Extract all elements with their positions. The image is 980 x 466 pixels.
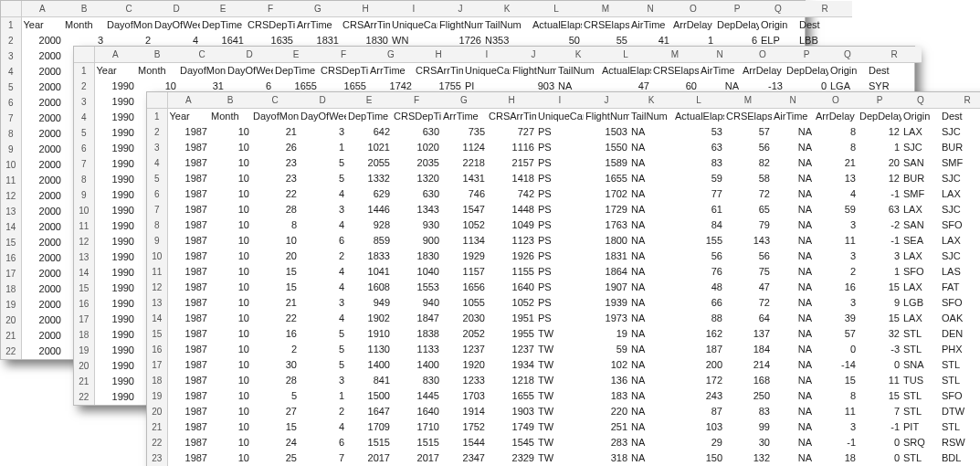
field-header[interactable]: Month — [63, 17, 105, 34]
cell[interactable]: TW — [536, 342, 584, 357]
row-header[interactable]: 6 — [147, 186, 167, 202]
cell[interactable]: 1987 — [167, 311, 209, 326]
field-header[interactable]: TailNum — [556, 63, 600, 79]
cell[interactable]: 47 — [724, 280, 772, 295]
cell[interactable]: LAX — [940, 186, 980, 202]
cell[interactable]: 1990 — [94, 249, 136, 265]
cell[interactable]: NA — [629, 171, 673, 186]
field-header[interactable]: DayofMonth — [105, 17, 153, 34]
cell[interactable]: PS — [536, 264, 584, 280]
cell[interactable]: 1553 — [392, 280, 441, 295]
cell[interactable]: 4 — [299, 280, 346, 295]
cell[interactable]: 76 — [673, 264, 724, 280]
cell[interactable]: 103 — [673, 419, 724, 435]
row-header[interactable]: 4 — [74, 110, 94, 125]
column-header[interactable]: O — [671, 1, 715, 17]
cell[interactable]: PS — [536, 155, 584, 171]
cell[interactable]: 10 — [209, 450, 251, 466]
cell[interactable]: 0 — [858, 450, 901, 466]
cell[interactable]: LAX — [901, 202, 940, 217]
column-header[interactable]: Q — [828, 47, 867, 63]
cell[interactable]: NA — [772, 357, 814, 373]
cell[interactable]: 87 — [673, 404, 724, 419]
cell[interactable]: 2000 — [21, 173, 63, 188]
row-header[interactable]: 19 — [1, 297, 21, 312]
cell[interactable]: SFO — [940, 217, 980, 233]
field-header[interactable]: CRSArrTime — [487, 109, 536, 125]
cell[interactable]: 28 — [251, 373, 299, 388]
cell[interactable]: TW — [536, 450, 584, 466]
cell[interactable]: 10 — [209, 124, 251, 140]
cell[interactable]: 1955 — [487, 326, 536, 342]
row-header[interactable]: 5 — [74, 125, 94, 141]
cell[interactable]: 19 — [584, 326, 629, 342]
cell[interactable]: 3 — [814, 419, 858, 435]
cell[interactable]: NA — [629, 233, 673, 249]
cell[interactable]: 84 — [673, 217, 724, 233]
cell[interactable]: 1990 — [94, 358, 136, 374]
cell[interactable]: RSW — [940, 435, 980, 450]
cell[interactable]: 1544 — [441, 435, 487, 450]
field-header[interactable]: Origin — [828, 63, 867, 79]
cell[interactable]: 1 — [299, 140, 346, 155]
field-header[interactable]: DayOfWeek — [226, 63, 273, 79]
cell[interactable]: 21 — [814, 155, 858, 171]
cell[interactable]: 1990 — [94, 374, 136, 389]
cell[interactable]: LAX — [940, 233, 980, 249]
cell[interactable]: 48 — [673, 280, 724, 295]
cell[interactable]: 1987 — [167, 217, 209, 233]
column-header[interactable]: C — [251, 92, 299, 109]
cell[interactable]: 56 — [673, 249, 724, 264]
row-header[interactable]: 2 — [74, 79, 94, 94]
row-header[interactable]: 20 — [74, 358, 94, 374]
cell[interactable]: 18 — [814, 450, 858, 466]
field-header[interactable]: DayOfWeek — [153, 17, 200, 34]
cell[interactable]: 11 — [814, 404, 858, 419]
cell[interactable]: 1400 — [392, 357, 441, 373]
cell[interactable]: BUR — [940, 140, 980, 155]
cell[interactable]: 1990 — [94, 218, 136, 234]
cell[interactable]: NA — [629, 419, 673, 435]
cell[interactable]: 8 — [814, 388, 858, 404]
row-header[interactable]: 5 — [147, 171, 167, 186]
column-header[interactable]: L — [531, 1, 582, 17]
cell[interactable]: 1987 — [167, 124, 209, 140]
cell[interactable]: 1 — [858, 264, 901, 280]
column-header[interactable]: C — [178, 47, 226, 63]
cell[interactable]: 75 — [724, 264, 772, 280]
cell[interactable]: 1990 — [94, 265, 136, 281]
row-header[interactable]: 16 — [1, 250, 21, 266]
cell[interactable]: 26 — [251, 140, 299, 155]
cell[interactable]: 88 — [673, 311, 724, 326]
cell[interactable]: -1 — [858, 186, 901, 202]
column-header[interactable]: G — [368, 47, 414, 63]
column-header[interactable]: N — [699, 47, 741, 63]
field-header[interactable]: DepTime — [346, 109, 392, 125]
cell[interactable]: 1055 — [441, 295, 487, 311]
cell[interactable]: 10 — [209, 171, 251, 186]
row-header[interactable]: 6 — [1, 95, 21, 111]
cell[interactable]: 32 — [858, 326, 901, 342]
column-header[interactable]: N — [772, 92, 814, 109]
cell[interactable]: BDL — [940, 450, 980, 466]
column-header[interactable]: Q — [901, 92, 940, 109]
cell[interactable]: 1990 — [94, 125, 136, 141]
cell[interactable]: STL — [901, 388, 940, 404]
cell[interactable]: LAX — [901, 124, 940, 140]
cell[interactable]: 184 — [724, 342, 772, 357]
cell[interactable]: 1709 — [346, 419, 392, 435]
cell[interactable]: 137 — [724, 326, 772, 342]
cell[interactable]: 1 — [858, 140, 901, 155]
cell[interactable]: 23 — [251, 171, 299, 186]
column-header[interactable]: R — [797, 1, 852, 17]
cell[interactable]: 15 — [858, 280, 901, 295]
cell[interactable]: TW — [536, 357, 584, 373]
field-header[interactable]: FlightNum — [437, 17, 483, 34]
cell[interactable]: 1831 — [584, 249, 629, 264]
cell[interactable]: 83 — [724, 404, 772, 419]
column-header[interactable]: M — [582, 1, 629, 17]
row-header[interactable]: 1 — [74, 63, 94, 79]
column-header[interactable]: H — [414, 47, 463, 63]
cell[interactable]: SJC — [940, 202, 980, 217]
cell[interactable]: NA — [629, 186, 673, 202]
